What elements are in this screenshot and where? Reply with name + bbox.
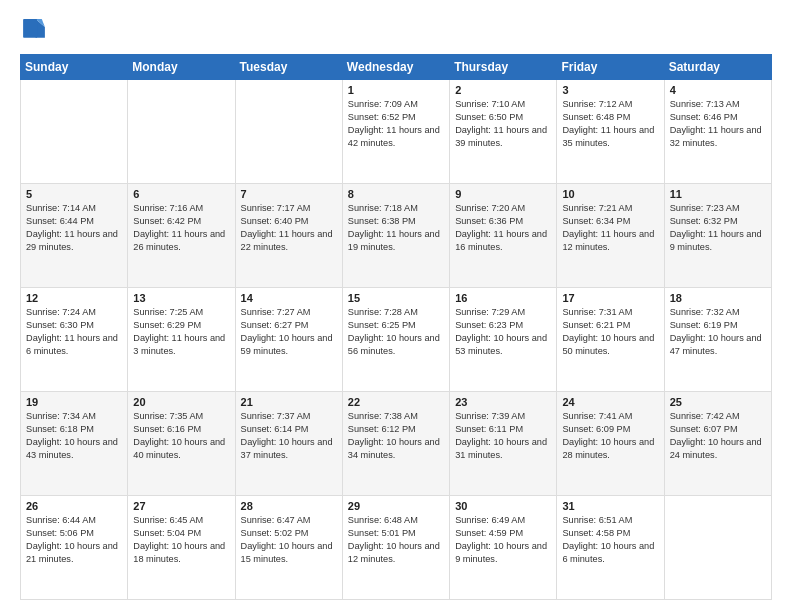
- calendar-cell: 8Sunrise: 7:18 AM Sunset: 6:38 PM Daylig…: [342, 184, 449, 288]
- calendar-cell: 23Sunrise: 7:39 AM Sunset: 6:11 PM Dayli…: [450, 392, 557, 496]
- week-row-5: 26Sunrise: 6:44 AM Sunset: 5:06 PM Dayli…: [21, 496, 772, 600]
- day-number: 29: [348, 500, 444, 512]
- day-number: 8: [348, 188, 444, 200]
- day-number: 24: [562, 396, 658, 408]
- day-info: Sunrise: 7:23 AM Sunset: 6:32 PM Dayligh…: [670, 202, 766, 254]
- day-info: Sunrise: 7:18 AM Sunset: 6:38 PM Dayligh…: [348, 202, 444, 254]
- week-row-4: 19Sunrise: 7:34 AM Sunset: 6:18 PM Dayli…: [21, 392, 772, 496]
- page: SundayMondayTuesdayWednesdayThursdayFrid…: [0, 0, 792, 612]
- day-info: Sunrise: 7:29 AM Sunset: 6:23 PM Dayligh…: [455, 306, 551, 358]
- day-header-thursday: Thursday: [450, 55, 557, 80]
- calendar-cell: 3Sunrise: 7:12 AM Sunset: 6:48 PM Daylig…: [557, 80, 664, 184]
- day-number: 30: [455, 500, 551, 512]
- day-info: Sunrise: 6:44 AM Sunset: 5:06 PM Dayligh…: [26, 514, 122, 566]
- calendar-cell: 13Sunrise: 7:25 AM Sunset: 6:29 PM Dayli…: [128, 288, 235, 392]
- day-number: 5: [26, 188, 122, 200]
- day-number: 26: [26, 500, 122, 512]
- day-number: 2: [455, 84, 551, 96]
- day-number: 11: [670, 188, 766, 200]
- day-info: Sunrise: 7:14 AM Sunset: 6:44 PM Dayligh…: [26, 202, 122, 254]
- calendar-cell: 28Sunrise: 6:47 AM Sunset: 5:02 PM Dayli…: [235, 496, 342, 600]
- calendar-cell: 2Sunrise: 7:10 AM Sunset: 6:50 PM Daylig…: [450, 80, 557, 184]
- calendar-cell: 7Sunrise: 7:17 AM Sunset: 6:40 PM Daylig…: [235, 184, 342, 288]
- day-info: Sunrise: 7:10 AM Sunset: 6:50 PM Dayligh…: [455, 98, 551, 150]
- calendar-table: SundayMondayTuesdayWednesdayThursdayFrid…: [20, 54, 772, 600]
- day-header-sunday: Sunday: [21, 55, 128, 80]
- day-number: 7: [241, 188, 337, 200]
- day-info: Sunrise: 7:41 AM Sunset: 6:09 PM Dayligh…: [562, 410, 658, 462]
- day-info: Sunrise: 6:47 AM Sunset: 5:02 PM Dayligh…: [241, 514, 337, 566]
- day-info: Sunrise: 6:51 AM Sunset: 4:58 PM Dayligh…: [562, 514, 658, 566]
- day-info: Sunrise: 7:34 AM Sunset: 6:18 PM Dayligh…: [26, 410, 122, 462]
- day-number: 20: [133, 396, 229, 408]
- day-number: 14: [241, 292, 337, 304]
- day-info: Sunrise: 7:13 AM Sunset: 6:46 PM Dayligh…: [670, 98, 766, 150]
- calendar-header-row: SundayMondayTuesdayWednesdayThursdayFrid…: [21, 55, 772, 80]
- day-header-wednesday: Wednesday: [342, 55, 449, 80]
- calendar-cell: 29Sunrise: 6:48 AM Sunset: 5:01 PM Dayli…: [342, 496, 449, 600]
- calendar-cell: 31Sunrise: 6:51 AM Sunset: 4:58 PM Dayli…: [557, 496, 664, 600]
- day-info: Sunrise: 7:09 AM Sunset: 6:52 PM Dayligh…: [348, 98, 444, 150]
- calendar-cell: 15Sunrise: 7:28 AM Sunset: 6:25 PM Dayli…: [342, 288, 449, 392]
- day-info: Sunrise: 7:25 AM Sunset: 6:29 PM Dayligh…: [133, 306, 229, 358]
- calendar-cell: [235, 80, 342, 184]
- calendar-cell: 25Sunrise: 7:42 AM Sunset: 6:07 PM Dayli…: [664, 392, 771, 496]
- day-number: 21: [241, 396, 337, 408]
- day-info: Sunrise: 7:35 AM Sunset: 6:16 PM Dayligh…: [133, 410, 229, 462]
- day-number: 22: [348, 396, 444, 408]
- day-number: 25: [670, 396, 766, 408]
- day-info: Sunrise: 7:31 AM Sunset: 6:21 PM Dayligh…: [562, 306, 658, 358]
- calendar-cell: 14Sunrise: 7:27 AM Sunset: 6:27 PM Dayli…: [235, 288, 342, 392]
- logo: [20, 16, 52, 44]
- day-info: Sunrise: 7:20 AM Sunset: 6:36 PM Dayligh…: [455, 202, 551, 254]
- header: [20, 16, 772, 44]
- calendar-cell: 16Sunrise: 7:29 AM Sunset: 6:23 PM Dayli…: [450, 288, 557, 392]
- calendar-cell: 22Sunrise: 7:38 AM Sunset: 6:12 PM Dayli…: [342, 392, 449, 496]
- day-number: 16: [455, 292, 551, 304]
- calendar-cell: 18Sunrise: 7:32 AM Sunset: 6:19 PM Dayli…: [664, 288, 771, 392]
- calendar-cell: 11Sunrise: 7:23 AM Sunset: 6:32 PM Dayli…: [664, 184, 771, 288]
- day-info: Sunrise: 7:21 AM Sunset: 6:34 PM Dayligh…: [562, 202, 658, 254]
- day-info: Sunrise: 7:28 AM Sunset: 6:25 PM Dayligh…: [348, 306, 444, 358]
- day-number: 6: [133, 188, 229, 200]
- calendar-cell: 21Sunrise: 7:37 AM Sunset: 6:14 PM Dayli…: [235, 392, 342, 496]
- day-info: Sunrise: 7:39 AM Sunset: 6:11 PM Dayligh…: [455, 410, 551, 462]
- day-info: Sunrise: 7:37 AM Sunset: 6:14 PM Dayligh…: [241, 410, 337, 462]
- day-info: Sunrise: 7:12 AM Sunset: 6:48 PM Dayligh…: [562, 98, 658, 150]
- week-row-1: 1Sunrise: 7:09 AM Sunset: 6:52 PM Daylig…: [21, 80, 772, 184]
- calendar-cell: 10Sunrise: 7:21 AM Sunset: 6:34 PM Dayli…: [557, 184, 664, 288]
- day-number: 12: [26, 292, 122, 304]
- week-row-3: 12Sunrise: 7:24 AM Sunset: 6:30 PM Dayli…: [21, 288, 772, 392]
- calendar-cell: 5Sunrise: 7:14 AM Sunset: 6:44 PM Daylig…: [21, 184, 128, 288]
- svg-rect-2: [23, 19, 37, 38]
- calendar-cell: 6Sunrise: 7:16 AM Sunset: 6:42 PM Daylig…: [128, 184, 235, 288]
- day-info: Sunrise: 6:48 AM Sunset: 5:01 PM Dayligh…: [348, 514, 444, 566]
- calendar-cell: 24Sunrise: 7:41 AM Sunset: 6:09 PM Dayli…: [557, 392, 664, 496]
- day-number: 19: [26, 396, 122, 408]
- calendar-cell: 27Sunrise: 6:45 AM Sunset: 5:04 PM Dayli…: [128, 496, 235, 600]
- day-header-monday: Monday: [128, 55, 235, 80]
- day-number: 18: [670, 292, 766, 304]
- calendar-cell: [664, 496, 771, 600]
- day-info: Sunrise: 6:45 AM Sunset: 5:04 PM Dayligh…: [133, 514, 229, 566]
- day-number: 31: [562, 500, 658, 512]
- day-number: 17: [562, 292, 658, 304]
- calendar-cell: 12Sunrise: 7:24 AM Sunset: 6:30 PM Dayli…: [21, 288, 128, 392]
- calendar-cell: 17Sunrise: 7:31 AM Sunset: 6:21 PM Dayli…: [557, 288, 664, 392]
- calendar-cell: 30Sunrise: 6:49 AM Sunset: 4:59 PM Dayli…: [450, 496, 557, 600]
- logo-icon: [20, 16, 48, 44]
- day-number: 28: [241, 500, 337, 512]
- day-number: 15: [348, 292, 444, 304]
- calendar-cell: 19Sunrise: 7:34 AM Sunset: 6:18 PM Dayli…: [21, 392, 128, 496]
- day-info: Sunrise: 7:27 AM Sunset: 6:27 PM Dayligh…: [241, 306, 337, 358]
- calendar-body: 1Sunrise: 7:09 AM Sunset: 6:52 PM Daylig…: [21, 80, 772, 600]
- calendar-cell: 4Sunrise: 7:13 AM Sunset: 6:46 PM Daylig…: [664, 80, 771, 184]
- day-number: 13: [133, 292, 229, 304]
- day-header-saturday: Saturday: [664, 55, 771, 80]
- day-number: 10: [562, 188, 658, 200]
- day-number: 23: [455, 396, 551, 408]
- day-info: Sunrise: 7:24 AM Sunset: 6:30 PM Dayligh…: [26, 306, 122, 358]
- day-info: Sunrise: 7:17 AM Sunset: 6:40 PM Dayligh…: [241, 202, 337, 254]
- calendar-cell: 1Sunrise: 7:09 AM Sunset: 6:52 PM Daylig…: [342, 80, 449, 184]
- day-header-friday: Friday: [557, 55, 664, 80]
